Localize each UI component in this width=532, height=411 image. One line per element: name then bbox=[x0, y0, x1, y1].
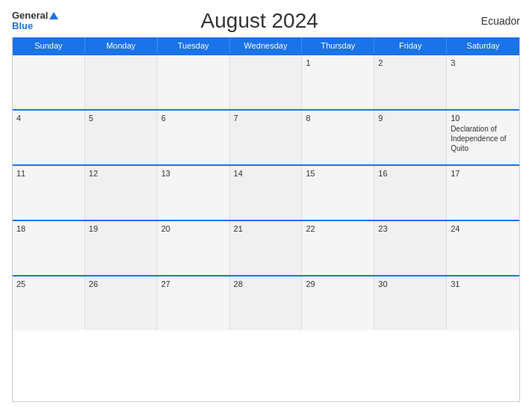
logo: General Blue bbox=[12, 10, 58, 32]
day-cell: 4 bbox=[13, 111, 85, 164]
day-cell: 16 bbox=[374, 166, 447, 220]
day-number: 1 bbox=[306, 58, 370, 67]
day-number: 4 bbox=[16, 114, 81, 123]
day-number: 26 bbox=[89, 279, 153, 288]
day-cell: 31 bbox=[447, 276, 519, 330]
day-cell: 19 bbox=[85, 221, 158, 275]
day-number: 21 bbox=[234, 224, 298, 233]
country-label: Ecuador bbox=[460, 15, 520, 27]
day-cell: 9 bbox=[374, 111, 447, 164]
day-number: 12 bbox=[89, 169, 153, 178]
day-event: Declaration of Independence of Quito bbox=[451, 124, 516, 153]
day-number: 24 bbox=[451, 224, 516, 233]
day-number: 8 bbox=[306, 114, 370, 123]
week-row-4: 18192021222324 bbox=[13, 220, 519, 275]
day-cell: 18 bbox=[13, 221, 85, 275]
day-number: 9 bbox=[378, 114, 442, 123]
day-cell: 25 bbox=[13, 276, 85, 330]
dow-wednesday: Wednesday bbox=[230, 37, 303, 54]
day-cell: 13 bbox=[158, 166, 230, 220]
day-number: 22 bbox=[306, 224, 370, 233]
day-number: 16 bbox=[378, 169, 442, 178]
day-number: 7 bbox=[234, 114, 298, 123]
day-number: 29 bbox=[306, 279, 370, 288]
day-number: 11 bbox=[16, 169, 81, 178]
dow-monday: Monday bbox=[85, 37, 158, 54]
day-number: 28 bbox=[234, 279, 298, 288]
logo-triangle-icon bbox=[49, 12, 58, 19]
day-number: 14 bbox=[234, 169, 298, 178]
day-cell: 8 bbox=[302, 111, 374, 164]
header: General Blue August 2024 Ecuador bbox=[12, 9, 520, 33]
day-cell: 7 bbox=[230, 111, 303, 164]
day-cell: 6 bbox=[158, 111, 230, 164]
day-cell: 21 bbox=[230, 221, 303, 275]
day-number: 3 bbox=[451, 58, 516, 67]
day-cell: 20 bbox=[158, 221, 230, 275]
dow-friday: Friday bbox=[374, 37, 447, 54]
day-cell bbox=[230, 55, 303, 109]
dow-thursday: Thursday bbox=[302, 37, 374, 54]
day-cell bbox=[85, 55, 158, 109]
day-number: 23 bbox=[378, 224, 442, 233]
day-number: 17 bbox=[451, 169, 516, 178]
day-cell: 11 bbox=[13, 166, 85, 220]
week-row-2: 45678910Declaration of Independence of Q… bbox=[13, 109, 519, 164]
day-number: 31 bbox=[451, 279, 516, 288]
weeks-container: 12345678910Declaration of Independence o… bbox=[13, 54, 519, 330]
day-cell: 1 bbox=[302, 55, 374, 109]
day-cell: 28 bbox=[230, 276, 303, 330]
day-number: 20 bbox=[161, 224, 226, 233]
day-number: 30 bbox=[378, 279, 442, 288]
week-row-5: 25262728293031 bbox=[13, 275, 519, 330]
day-cell: 17 bbox=[447, 166, 519, 220]
day-cell: 12 bbox=[85, 166, 158, 220]
dow-sunday: Sunday bbox=[13, 37, 85, 54]
day-number: 15 bbox=[306, 169, 370, 178]
days-of-week-header: SundayMondayTuesdayWednesdayThursdayFrid… bbox=[13, 37, 519, 54]
day-cell bbox=[158, 55, 230, 109]
day-cell: 23 bbox=[374, 221, 447, 275]
calendar-grid: SundayMondayTuesdayWednesdayThursdayFrid… bbox=[12, 37, 520, 402]
week-row-1: 123 bbox=[13, 54, 519, 109]
logo-general-text: General bbox=[12, 10, 48, 21]
day-cell: 10Declaration of Independence of Quito bbox=[447, 111, 519, 164]
day-number: 10 bbox=[451, 114, 516, 123]
day-cell: 2 bbox=[374, 55, 447, 109]
day-cell: 3 bbox=[447, 55, 519, 109]
calendar-page: General Blue August 2024 Ecuador SundayM… bbox=[0, 0, 532, 411]
day-number: 19 bbox=[89, 224, 153, 233]
dow-saturday: Saturday bbox=[447, 37, 519, 54]
day-number: 25 bbox=[16, 279, 81, 288]
day-cell bbox=[13, 55, 85, 109]
day-number: 2 bbox=[378, 58, 442, 67]
day-cell: 27 bbox=[158, 276, 230, 330]
day-number: 13 bbox=[161, 169, 226, 178]
logo-blue-text: Blue bbox=[12, 21, 33, 31]
day-cell: 30 bbox=[374, 276, 447, 330]
day-number: 18 bbox=[16, 224, 81, 233]
week-row-3: 11121314151617 bbox=[13, 164, 519, 220]
day-cell: 29 bbox=[302, 276, 374, 330]
day-cell: 14 bbox=[230, 166, 303, 220]
day-number: 5 bbox=[89, 114, 153, 123]
month-title: August 2024 bbox=[58, 9, 460, 33]
day-number: 27 bbox=[161, 279, 226, 288]
day-cell: 24 bbox=[447, 221, 519, 275]
day-cell: 22 bbox=[302, 221, 374, 275]
day-cell: 5 bbox=[85, 111, 158, 164]
day-cell: 26 bbox=[85, 276, 158, 330]
day-cell: 15 bbox=[302, 166, 374, 220]
dow-tuesday: Tuesday bbox=[158, 37, 230, 54]
day-number: 6 bbox=[161, 114, 226, 123]
